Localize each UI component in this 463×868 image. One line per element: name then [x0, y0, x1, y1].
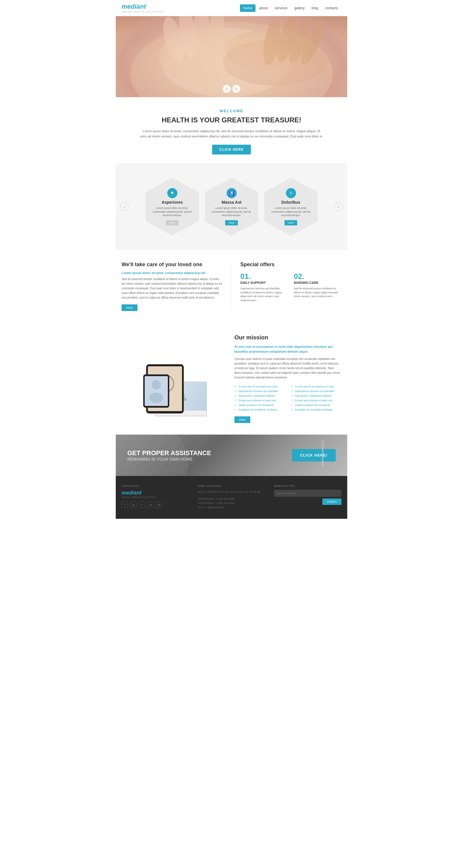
mission-list1-item-3: Errupti quos dolores et quas mol [235, 398, 285, 403]
social-linkedin[interactable]: in [156, 501, 163, 508]
care-left: We'll take care of your loved one Lorem … [122, 261, 232, 311]
hex-content-2: ⚕ Doloribus Lorem ipsum dolor sit amet, … [269, 188, 313, 225]
nav-item-blog[interactable]: blog [308, 4, 322, 12]
hex-content-1: ♿ Massa Ast Lorem ipsum dolor sit amet, … [209, 188, 254, 225]
carousel-prev-button[interactable]: ‹ [120, 202, 129, 211]
mission-list1-item-5: Eupidata non provident, similique [235, 407, 285, 412]
header: mediant TAKING CARE OF OLD PEOPLE homeab… [116, 0, 347, 16]
welcome-title: HEALTH IS YOUR GREATEST TREASURE! [139, 116, 324, 124]
mission-list1-item-1: Dignissimos ducimus qui blanditiis [235, 389, 285, 394]
newsletter-input[interactable] [274, 490, 341, 497]
special-desc-0: Dignissimos ducimus qui blanditiis incid… [241, 287, 288, 302]
care-subtitle: Lorem ipsum dolor sit amet, consectetur … [122, 271, 223, 275]
logo: mediant TAKING CARE OF OLD PEOPLE [122, 3, 163, 13]
special-item-0: 01. DAILY SUPPORT Dignissimos ducimus qu… [241, 272, 288, 302]
small-screen-content [145, 376, 168, 406]
mission-list-1: At vero eos et accusamus et iustoDigniss… [235, 384, 285, 412]
hex-more-button-2[interactable]: more [284, 220, 298, 225]
hex-title-1: Massa Ast [222, 200, 242, 205]
hex-desc-1: Lorem ipsum dolor sit amet, consectetur … [209, 206, 254, 217]
svg-line-23 [135, 435, 187, 476]
logo-text: mediant [122, 3, 163, 10]
hex-more-button-0[interactable]: more [166, 220, 179, 225]
hex-title-2: Doloribus [281, 200, 300, 205]
footer-col-location: OUR LOCATION 1610 ST VINCENT PLACE, GLAS… [198, 485, 265, 510]
welcome-label: WELCOME [139, 109, 324, 113]
svg-line-26 [174, 435, 225, 476]
footer-copyright-label: COPYRIGHT [122, 485, 189, 488]
svg-point-21 [149, 393, 163, 403]
mission-text: Corrupti quos dolores et quas molestiae … [235, 357, 341, 380]
social-google[interactable]: g [130, 501, 136, 508]
mission-list1-item-2: Raesentium voluptatum deleniti [235, 394, 285, 398]
hex-title-0: Asperiores [161, 200, 183, 205]
svg-line-25 [161, 435, 212, 476]
care-text: Sed do eiusmod tempor incididunt ut labo… [122, 277, 223, 300]
nav-item-gallery[interactable]: gallery [291, 4, 308, 12]
mission-list2-item-1: Dignissimos ducimus qui blanditiis [291, 389, 341, 394]
hex-icon-1: ♿ [226, 188, 237, 198]
mission-lists: At vero eos et accusamus et iustoDigniss… [235, 384, 341, 412]
svg-line-22 [122, 435, 174, 476]
mission-highlight: At vero eos et accusamus et iusto odio d… [235, 344, 341, 354]
social-rss[interactable]: r [139, 501, 145, 508]
carousel-inner: ♥ Asperiores Lorem ipsum dolor sit amet,… [116, 172, 347, 241]
carousel-next-button[interactable]: › [334, 202, 343, 211]
welcome-section: WELCOME HEALTH IS YOUR GREATEST TREASURE… [116, 97, 347, 163]
special-items: 01. DAILY SUPPORT Dignissimos ducimus qu… [241, 272, 342, 302]
hex-desc-0: Lorem ipsum dolor sit amet, consectetur … [150, 206, 195, 217]
welcome-text: Lorem ipsum dolor sit amet, consectetur … [139, 129, 324, 139]
mission-more-button[interactable]: more [235, 416, 250, 423]
footer-location-title: OUR LOCATION [198, 485, 265, 488]
mission-content: Our mission At vero eos et accusamus et … [235, 334, 341, 423]
special-desc-1: Sed do eiusmod tempor incididunt ut labo… [294, 287, 341, 299]
mission-list2-item-5: Eupidata non provident similique [291, 407, 341, 412]
footer-logo: mediant [122, 490, 189, 496]
social-facebook[interactable]: f [122, 501, 128, 508]
svg-rect-27 [322, 441, 323, 467]
services-carousel: ‹ ♥ Asperiores Lorem ipsum dolor sit ame… [116, 163, 347, 250]
nav-item-home[interactable]: home [240, 4, 255, 12]
special-offers-title: Special offers [241, 261, 342, 268]
mission-list1-item-0: At vero eos et accusamus et iusto [235, 384, 285, 389]
newsletter-submit-button[interactable]: SUBMIT [322, 498, 341, 505]
footer-freephone: FREEPHONE: +1 900 559 6590 [198, 497, 265, 501]
hex-icon-2: ⚕ [286, 188, 296, 198]
svg-marker-28 [322, 467, 323, 471]
cta-pen-icon [315, 438, 330, 473]
footer-address: 1610 ST VINCENT PLACE, GLASGOW, DC 45 FR… [198, 490, 265, 510]
mission-list2-item-0: At vero eos et accusamus et iusto [291, 384, 341, 389]
special-num-1: 02. [294, 272, 341, 281]
welcome-cta-button[interactable]: CLICK HERE [212, 145, 251, 155]
hex-icon-0: ♥ [167, 188, 177, 198]
nav-item-about[interactable]: about [255, 4, 271, 12]
svg-line-24 [148, 435, 200, 476]
footer-col-brand: COPYRIGHT mediant TAKING CARE OF OLD PEO… [122, 485, 189, 510]
logo-tagline: TAKING CARE OF OLD PEOPLE [122, 10, 163, 13]
footer-telephone: TELEPHONE: +1 800 603 6021 [198, 501, 265, 505]
service-card-0: ♥ Asperiores Lorem ipsum dolor sit amet,… [146, 178, 199, 236]
care-more-button[interactable]: more [122, 304, 137, 311]
mission-title: Our mission [235, 334, 341, 341]
svg-rect-29 [321, 440, 324, 444]
mission-list2-item-3: Errupti quos dolores et quas mol [291, 398, 341, 403]
care-right: Special offers 01. DAILY SUPPORT Digniss… [232, 261, 342, 311]
hex-more-button-1[interactable]: more [225, 220, 238, 225]
hero-prev-button[interactable]: ‹ [223, 85, 231, 93]
social-pinterest[interactable]: p [148, 501, 154, 508]
footer-col-newsletter: NEWSLETTER SUBMIT [274, 485, 341, 510]
footer-newsletter-label: NEWSLETTER [274, 485, 341, 488]
mission-images [122, 334, 228, 423]
footer: COPYRIGHT mediant TAKING CARE OF OLD PEO… [116, 476, 347, 519]
main-nav: homeaboutservicesgalleryblogcontacts [240, 4, 341, 12]
service-card-2: ⚕ Doloribus Lorem ipsum dolor sit amet, … [264, 178, 318, 236]
special-item-1: 02. NURSING CARE Sed do eiusmod tempor i… [294, 272, 341, 302]
small-device [143, 374, 169, 408]
hero-next-button[interactable]: › [233, 85, 241, 93]
hero-section: ‹ › [116, 16, 347, 97]
mission-list-2: At vero eos et accusamus et iustoDigniss… [291, 384, 341, 412]
device-stack [143, 341, 207, 416]
nav-item-contacts[interactable]: contacts [321, 4, 341, 12]
small-screen [145, 376, 168, 406]
nav-item-services[interactable]: services [271, 4, 291, 12]
